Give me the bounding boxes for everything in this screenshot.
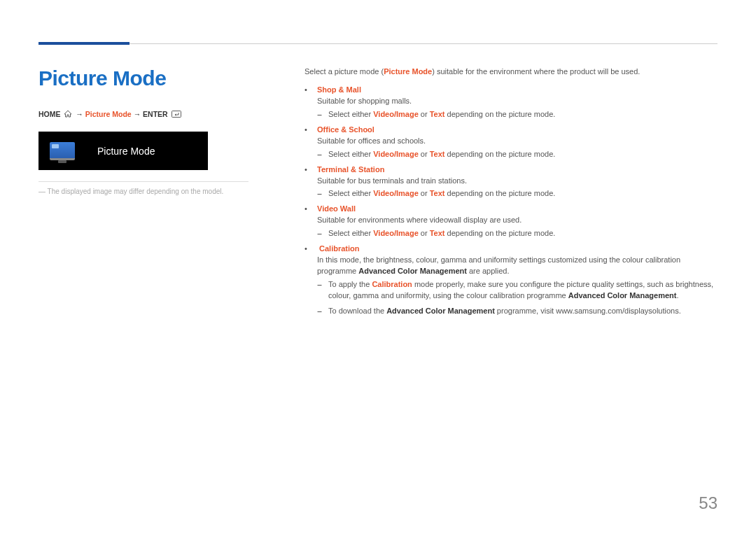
mode-desc: Suitable for shopping malls.: [317, 96, 718, 107]
sub-or: or: [419, 229, 430, 237]
intro-suffix: ) suitable for the environment where the…: [432, 67, 640, 76]
breadcrumb-current: Picture Mode: [85, 110, 132, 118]
mode-title: Terminal & Station: [317, 165, 384, 174]
left-column: Picture Mode HOME → Picture Mode → ENTER…: [38, 66, 276, 321]
sub-suffix: depending on the picture mode.: [445, 110, 556, 118]
sub-suffix: depending on the picture mode.: [445, 229, 556, 237]
caption-note: The displayed image may differ depending…: [38, 181, 248, 195]
breadcrumb: HOME → Picture Mode → ENTER: [38, 110, 276, 119]
sub-prefix: Select either: [328, 150, 373, 158]
cal-sub2-suffix: programme, visit www.samsung.com/display…: [495, 307, 681, 315]
header-divider: [130, 43, 718, 44]
mode-desc: Suitable for environments where videowal…: [317, 215, 718, 226]
sub-suffix: depending on the picture mode.: [445, 189, 556, 197]
sub-opt1: Video/Image: [373, 229, 419, 237]
calibration-sub2: To download the Advanced Color Managemen…: [317, 306, 718, 317]
cal-sub1-bold: Advanced Color Management: [568, 291, 677, 300]
right-column: Select a picture mode (Picture Mode) sui…: [304, 66, 718, 321]
mode-item: Office & SchoolSuitable for offices and …: [304, 125, 718, 160]
monitor-icon: [50, 142, 75, 160]
intro-text: Select a picture mode (Picture Mode) sui…: [304, 66, 718, 78]
header-accent-bar: [38, 42, 130, 45]
mode-item: Terminal & StationSuitable for bus termi…: [304, 164, 718, 200]
calibration-desc-suffix: are applied.: [467, 267, 510, 275]
breadcrumb-home: HOME: [38, 110, 61, 118]
cal-sub2-prefix: To download the: [328, 307, 386, 315]
sub-prefix: Select either: [328, 189, 373, 197]
sub-or: or: [419, 150, 430, 158]
cal-sub1-prefix: To apply the: [328, 280, 372, 288]
modes-list: Shop & MallSuitable for shopping malls.S…: [304, 85, 718, 239]
mode-item: Shop & MallSuitable for shopping malls.S…: [304, 85, 718, 120]
sub-opt2: Text: [430, 150, 445, 158]
mode-desc: Suitable for bus terminals and train sta…: [317, 176, 718, 187]
cal-sub2-bold: Advanced Color Management: [386, 307, 495, 315]
calibration-desc-bold: Advanced Color Management: [358, 267, 467, 275]
sub-suffix: depending on the picture mode.: [445, 150, 556, 158]
sub-opt1: Video/Image: [373, 189, 419, 197]
mode-title-calibration: Calibration: [319, 244, 359, 253]
sub-opt2: Text: [430, 110, 445, 118]
enter-icon: [172, 111, 181, 119]
home-icon: [64, 111, 72, 119]
mode-title: Office & School: [317, 125, 374, 134]
mode-title: Video Wall: [317, 204, 356, 213]
intro-accent: Picture Mode: [384, 67, 432, 76]
mode-title: Shop & Mall: [317, 85, 361, 94]
calibration-list: Calibration In this mode, the brightness…: [304, 244, 718, 317]
page-number: 53: [699, 493, 718, 513]
intro-prefix: Select a picture mode (: [304, 67, 384, 76]
sub-opt2: Text: [430, 189, 445, 197]
sub-opt1: Video/Image: [373, 110, 419, 118]
calibration-desc: In this mode, the brightness, colour, ga…: [317, 255, 718, 277]
mode-sub: Select either Video/Image or Text depend…: [317, 109, 718, 120]
mode-calibration: Calibration In this mode, the brightness…: [304, 244, 718, 317]
mode-item: Video WallSuitable for environments wher…: [304, 204, 718, 239]
preview-label: Picture Mode: [97, 146, 155, 157]
sub-prefix: Select either: [328, 229, 373, 237]
breadcrumb-enter: ENTER: [143, 110, 168, 118]
sub-opt1: Video/Image: [373, 150, 419, 158]
cal-sub1-suffix: .: [676, 291, 678, 300]
preview-box: Picture Mode: [38, 132, 208, 170]
svg-rect-0: [172, 111, 181, 118]
sub-prefix: Select either: [328, 110, 373, 118]
breadcrumb-arrow2: →: [134, 110, 143, 118]
cal-sub1-accent: Calibration: [372, 280, 412, 288]
calibration-sub1: To apply the Calibration mode properly, …: [317, 279, 718, 302]
mode-sub: Select either Video/Image or Text depend…: [317, 228, 718, 239]
sub-or: or: [419, 189, 430, 197]
sub-opt2: Text: [430, 229, 445, 237]
mode-sub: Select either Video/Image or Text depend…: [317, 188, 718, 199]
page-title: Picture Mode: [38, 66, 276, 90]
breadcrumb-arrow1: →: [76, 110, 85, 118]
sub-or: or: [419, 110, 430, 118]
mode-desc: Suitable for offices and schools.: [317, 136, 718, 147]
mode-sub: Select either Video/Image or Text depend…: [317, 149, 718, 160]
content-wrapper: Picture Mode HOME → Picture Mode → ENTER…: [38, 66, 718, 321]
